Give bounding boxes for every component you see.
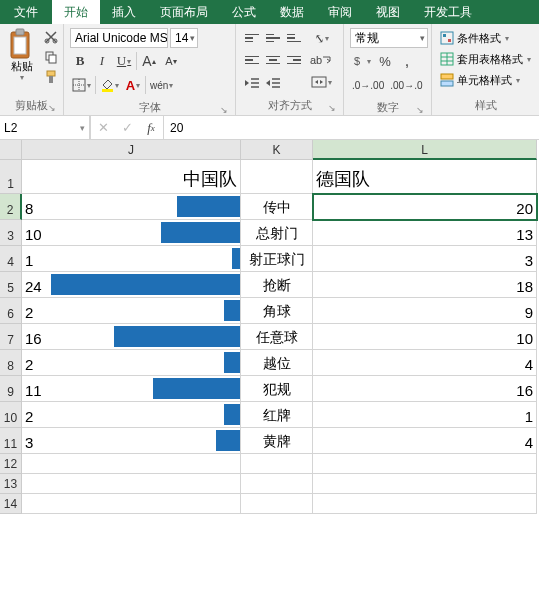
- tab-review[interactable]: 审阅: [316, 0, 364, 24]
- decrease-indent-button[interactable]: [242, 72, 262, 94]
- tab-page-layout[interactable]: 页面布局: [148, 0, 220, 24]
- cell-K8[interactable]: 越位: [241, 350, 313, 376]
- cell-K1[interactable]: [241, 160, 313, 194]
- tab-formulas[interactable]: 公式: [220, 0, 268, 24]
- format-as-table-button[interactable]: 套用表格格式▾: [438, 49, 533, 69]
- row-header-1[interactable]: 1: [0, 160, 22, 194]
- column-header-L[interactable]: L: [313, 140, 537, 160]
- cut-button[interactable]: [42, 28, 60, 46]
- cell-K13[interactable]: [241, 474, 313, 494]
- cell-L7[interactable]: 10: [313, 324, 537, 350]
- row-header-8[interactable]: 8: [0, 350, 22, 376]
- cell-L10[interactable]: 1: [313, 402, 537, 428]
- paste-button[interactable]: 粘贴 ▾: [4, 26, 40, 84]
- italic-button[interactable]: I: [92, 50, 112, 72]
- cell-K5[interactable]: 抢断: [241, 272, 313, 298]
- cell-L2[interactable]: 20: [313, 194, 537, 220]
- cell-J6[interactable]: 2: [22, 298, 241, 324]
- cell-L1[interactable]: 德国队: [313, 160, 537, 194]
- cell-K12[interactable]: [241, 454, 313, 474]
- fill-color-button[interactable]: ▾: [98, 74, 121, 96]
- cell-J14[interactable]: [22, 494, 241, 514]
- select-all-corner[interactable]: [0, 140, 22, 160]
- formula-input[interactable]: 20: [164, 116, 539, 139]
- cell-J11[interactable]: 3: [22, 428, 241, 454]
- row-header-12[interactable]: 12: [0, 454, 22, 474]
- border-button[interactable]: ▾: [70, 74, 93, 96]
- tab-view[interactable]: 视图: [364, 0, 412, 24]
- cell-L8[interactable]: 4: [313, 350, 537, 376]
- paste-dropdown-icon[interactable]: ▾: [20, 73, 24, 82]
- cell-K4[interactable]: 射正球门: [241, 246, 313, 272]
- tab-file[interactable]: 文件: [0, 0, 52, 24]
- row-header-13[interactable]: 13: [0, 474, 22, 494]
- cell-K7[interactable]: 任意球: [241, 324, 313, 350]
- alignment-launcher-icon[interactable]: ↘: [327, 103, 337, 113]
- row-header-11[interactable]: 11: [0, 428, 22, 454]
- row-header-3[interactable]: 3: [0, 220, 22, 246]
- increase-indent-button[interactable]: [263, 72, 283, 94]
- font-name-combo[interactable]: Arial Unicode MS▾: [70, 28, 168, 48]
- number-launcher-icon[interactable]: ↘: [415, 105, 425, 115]
- cell-L9[interactable]: 16: [313, 376, 537, 402]
- row-header-6[interactable]: 6: [0, 298, 22, 324]
- wrap-text-button[interactable]: ab: [308, 50, 334, 70]
- formula-enter-button[interactable]: ✓: [115, 120, 139, 135]
- tab-home[interactable]: 开始: [52, 0, 100, 24]
- row-header-10[interactable]: 10: [0, 402, 22, 428]
- font-launcher-icon[interactable]: ↘: [219, 105, 229, 115]
- phonetic-button[interactable]: wén▾: [148, 74, 175, 96]
- increase-decimal-button[interactable]: .0→.00: [350, 74, 386, 96]
- clipboard-launcher-icon[interactable]: ↘: [47, 103, 57, 113]
- cell-K10[interactable]: 红牌: [241, 402, 313, 428]
- row-header-5[interactable]: 5: [0, 272, 22, 298]
- cells-area[interactable]: 中国队德国队8传中2010总射门131射正球门324抢断182角球916任意球1…: [22, 160, 537, 514]
- cell-K3[interactable]: 总射门: [241, 220, 313, 246]
- font-color-button[interactable]: A▾: [123, 74, 143, 96]
- row-header-2[interactable]: 2: [0, 194, 22, 220]
- format-painter-button[interactable]: [42, 68, 60, 86]
- align-middle-button[interactable]: [263, 28, 283, 48]
- insert-function-button[interactable]: fx: [139, 120, 163, 136]
- cell-L12[interactable]: [313, 454, 537, 474]
- accounting-format-button[interactable]: $▾: [350, 50, 373, 72]
- cell-K6[interactable]: 角球: [241, 298, 313, 324]
- cell-J10[interactable]: 2: [22, 402, 241, 428]
- conditional-formatting-button[interactable]: 条件格式▾: [438, 28, 533, 48]
- shrink-font-button[interactable]: A▾: [161, 50, 181, 72]
- cell-J1[interactable]: 中国队: [22, 160, 241, 194]
- cell-J8[interactable]: 2: [22, 350, 241, 376]
- row-header-7[interactable]: 7: [0, 324, 22, 350]
- align-center-button[interactable]: [263, 50, 283, 70]
- copy-button[interactable]: [42, 48, 60, 66]
- align-top-button[interactable]: [242, 28, 262, 48]
- orientation-button[interactable]: ⤡▾: [308, 28, 334, 48]
- cell-J12[interactable]: [22, 454, 241, 474]
- cell-L4[interactable]: 3: [313, 246, 537, 272]
- cell-L13[interactable]: [313, 474, 537, 494]
- row-header-4[interactable]: 4: [0, 246, 22, 272]
- underline-button[interactable]: U▾: [114, 50, 134, 72]
- cell-J2[interactable]: 8: [22, 194, 241, 220]
- column-header-K[interactable]: K: [241, 140, 313, 160]
- cell-L6[interactable]: 9: [313, 298, 537, 324]
- cell-K2[interactable]: 传中: [241, 194, 313, 220]
- percent-button[interactable]: %: [375, 50, 395, 72]
- decrease-decimal-button[interactable]: .00→.0: [388, 74, 424, 96]
- column-header-J[interactable]: J: [22, 140, 241, 160]
- cell-J4[interactable]: 1: [22, 246, 241, 272]
- cell-K14[interactable]: [241, 494, 313, 514]
- cell-J5[interactable]: 24: [22, 272, 241, 298]
- cell-K11[interactable]: 黄牌: [241, 428, 313, 454]
- font-size-combo[interactable]: 14▾: [170, 28, 198, 48]
- cell-J13[interactable]: [22, 474, 241, 494]
- align-bottom-button[interactable]: [284, 28, 304, 48]
- tab-data[interactable]: 数据: [268, 0, 316, 24]
- cell-J3[interactable]: 10: [22, 220, 241, 246]
- number-format-combo[interactable]: 常规 ▾: [350, 28, 428, 48]
- cell-L14[interactable]: [313, 494, 537, 514]
- cell-J7[interactable]: 16: [22, 324, 241, 350]
- cell-L11[interactable]: 4: [313, 428, 537, 454]
- formula-cancel-button[interactable]: ✕: [91, 120, 115, 135]
- row-header-9[interactable]: 9: [0, 376, 22, 402]
